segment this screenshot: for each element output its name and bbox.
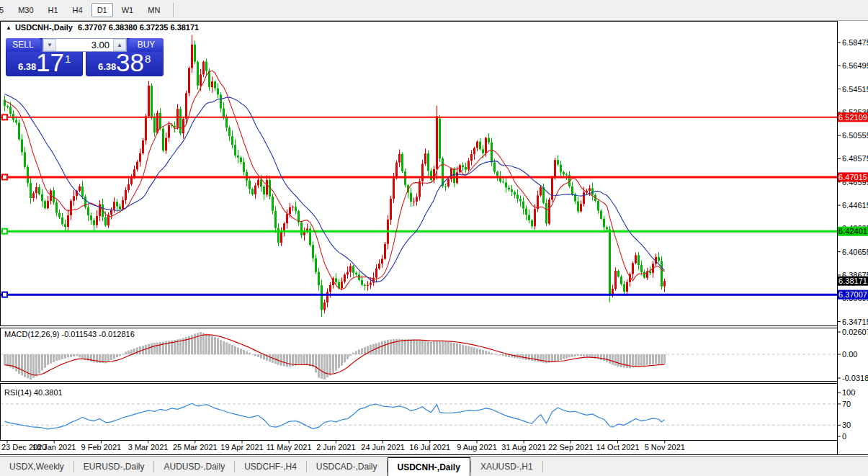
chart-tab-usdcad-daily[interactable]: USDCAD-,Daily [307, 457, 387, 476]
axis-tick-label: 6.34715 [842, 318, 868, 326]
date-axis-label: 24 Jun 2021 [361, 443, 405, 452]
axis-tick-label: 6.48575 [842, 154, 868, 163]
volume-decrease-button[interactable]: ▼ [43, 39, 56, 51]
price-level-tag: 6.37007 [838, 290, 867, 299]
chart-tab-audusd-daily[interactable]: AUDUSD-,Daily [154, 457, 234, 476]
axis-tick-label: 0 [842, 432, 846, 441]
axis-tick-label: 0.00 [842, 350, 857, 359]
chart-tab-xauusd-h1[interactable]: XAUUSD-,H1 [471, 457, 542, 476]
tab-separator [542, 461, 543, 472]
chart-tab-usdchf-h4[interactable]: USDCHF-,H4 [235, 457, 306, 476]
price-level-tag: 6.52109 [838, 113, 867, 122]
date-axis-label: 5 Nov 2021 [645, 443, 685, 452]
ask-price-sup: 8 [145, 53, 151, 65]
bid-price-sup: 1 [65, 53, 71, 65]
axis-tick-label: 6.58475 [842, 38, 868, 47]
axis-tick-label: 100 [842, 388, 855, 397]
chart-tab-usdx-weekly[interactable]: USDX,Weekly [0, 457, 73, 476]
bid-price-big: 17 [36, 50, 64, 75]
axis-tick-label: 6.54515 [842, 85, 868, 94]
date-axis-label: 2 Jun 2021 [316, 443, 355, 452]
macd-indicator-label: MACD(12,26,9) -0.011543 -0.012816 [4, 330, 135, 338]
collapse-icon[interactable]: ▲ [6, 24, 12, 31]
volume-spinner: ▼ 3.00 ▲ [42, 38, 127, 52]
date-axis-label: 3 Mar 2021 [128, 443, 169, 452]
axis-tick-label: 70 [842, 400, 851, 408]
bid-price-prefix: 6.38 [18, 61, 36, 72]
chart-title: ▲USDCNH-,Daily6.37707 6.38380 6.37235 6.… [6, 23, 199, 32]
buy-button[interactable]: BUY [129, 38, 164, 52]
axis-tick-label: 6.44615 [842, 201, 868, 210]
date-axis-label: 18 Jan 2021 [32, 443, 76, 452]
symbol-period-label: USDCNH-,Daily [15, 23, 73, 32]
axis-tick-label: 6.40655 [842, 248, 868, 256]
price-level-tag: 6.47015 [838, 173, 867, 181]
date-axis-label: 25 Mar 2021 [173, 443, 218, 452]
rsi-indicator-label: RSI(14) 40.3801 [4, 388, 63, 397]
one-click-trading-panel: 6.38 17 1 6.38 38 8 SELL ▼ 3.00 ▲ BUY [6, 38, 164, 76]
date-axis-label: 14 Oct 2021 [596, 443, 640, 452]
sell-button[interactable]: SELL [6, 38, 40, 52]
axis-tick-label: 0.02607 [842, 328, 868, 336]
level-line-handle[interactable] [2, 229, 7, 234]
price-level-tag: 6.38171 [838, 277, 867, 285]
price-level-tag: 6.42401 [838, 227, 867, 235]
axis-tick-label: 30 [842, 421, 851, 429]
level-line-handle[interactable] [2, 292, 7, 297]
date-axis-label: 16 Jul 2021 [409, 443, 450, 452]
axis-tick-label: -0.03187 [842, 374, 868, 382]
date-axis-label: 19 Apr 2021 [220, 443, 263, 452]
volume-increase-button[interactable]: ▲ [113, 39, 126, 51]
axis-tick-label: 6.50555 [842, 131, 868, 140]
ask-price-big: 38 [116, 50, 144, 75]
date-axis-label: 22 Sep 2021 [548, 443, 593, 452]
chart-tabbar: USDX,WeeklyEURUSD-,DailyAUDUSD-,DailyUSD… [0, 456, 868, 476]
ask-price-prefix: 6.38 [98, 61, 116, 72]
ohlc-values: 6.37707 6.38380 6.37235 6.38171 [78, 23, 199, 32]
level-line-handle[interactable] [2, 114, 7, 120]
level-line-handle[interactable] [2, 174, 7, 179]
axis-tick-label: 6.56495 [842, 61, 868, 70]
date-axis-label: 9 Feb 2021 [81, 443, 122, 452]
date-axis-label: 11 May 2021 [267, 443, 312, 452]
chart-tab-usdcnh-daily[interactable]: USDCNH-,Daily [388, 457, 470, 476]
chart-tab-eurusd-daily[interactable]: EURUSD-,Daily [74, 457, 154, 476]
date-axis-label: 9 Aug 2021 [457, 443, 497, 452]
date-axis-label: 31 Aug 2021 [501, 443, 546, 452]
volume-field[interactable]: 3.00 [56, 39, 113, 51]
mt4-window: { "toolbar": { "items": [ {"label":"5","… [0, 0, 868, 476]
